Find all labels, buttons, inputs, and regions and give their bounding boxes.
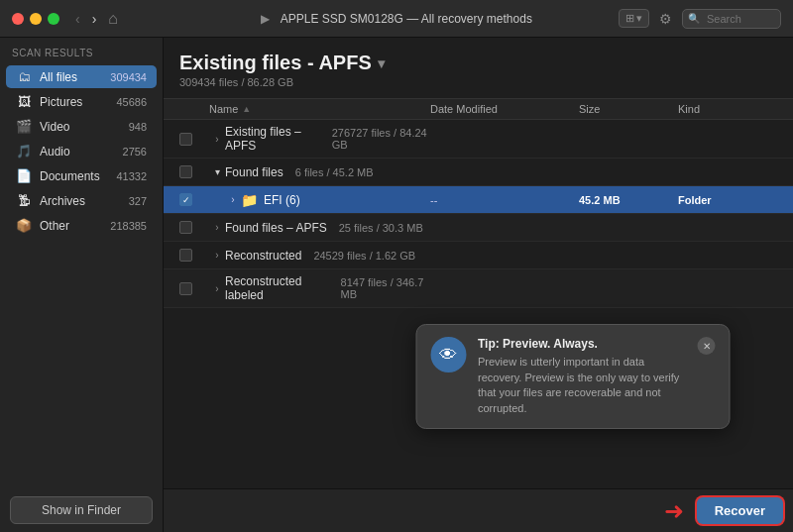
documents-icon: 📄 <box>16 168 32 183</box>
sidebar-label-pictures: Pictures <box>40 95 108 109</box>
row-desc: 6 files / 45.2 MB <box>295 166 374 178</box>
content-area: Existing files - APFS ▾ 309434 files / 8… <box>164 38 793 532</box>
checkbox-checked[interactable]: ✓ <box>179 193 192 206</box>
table-row[interactable]: › Found files – APFS 25 files / 30.3 MB <box>164 214 793 242</box>
back-arrow[interactable]: ‹ <box>71 9 84 29</box>
minimize-button[interactable] <box>30 13 42 25</box>
content-header: Existing files - APFS ▾ 309434 files / 8… <box>164 38 793 92</box>
recover-arrow-icon: ➜ <box>664 497 684 525</box>
expand-icon[interactable]: › <box>225 194 241 205</box>
row-desc: 25 files / 30.3 MB <box>339 222 423 234</box>
table-row[interactable]: ✓ › 📁 EFI (6) -- 45.2 MB Folder <box>164 186 793 214</box>
sidebar-count-pictures: 45686 <box>116 96 147 108</box>
folder-icon: 📁 <box>241 192 258 208</box>
sidebar-item-other[interactable]: 📦 Other 218385 <box>6 214 157 237</box>
sidebar-item-audio[interactable]: 🎵 Audio 2756 <box>6 140 157 162</box>
row-name-area: Reconstructed 24529 files / 1.62 GB <box>225 249 430 263</box>
sidebar-label-audio: Audio <box>40 145 115 159</box>
view-toggle[interactable]: ⊞ ▾ <box>619 9 649 28</box>
row-checkbox[interactable] <box>179 133 209 146</box>
col-header-kind[interactable]: Kind <box>678 103 777 115</box>
play-icon: ▶ <box>261 12 270 26</box>
table-row[interactable]: › Reconstructed 24529 files / 1.62 GB <box>164 242 793 269</box>
tooltip-close-button[interactable]: ✕ <box>698 337 716 355</box>
sidebar-item-all-files[interactable]: 🗂 All files 309434 <box>6 65 157 88</box>
row-checkbox[interactable] <box>179 282 209 295</box>
sidebar-count-documents: 41332 <box>116 170 147 182</box>
row-name-area: Reconstructed labeled 8147 files / 346.7… <box>225 274 430 302</box>
nav-arrows: ‹ › <box>71 9 100 29</box>
col-header-date[interactable]: Date Modified <box>430 103 579 115</box>
sidebar-count-all-files: 309434 <box>110 71 147 83</box>
traffic-lights <box>12 13 59 25</box>
table-row[interactable]: › Existing files – APFS 276727 files / 8… <box>164 120 793 159</box>
tooltip-icon: 👁 <box>430 337 466 372</box>
sidebar-count-audio: 2756 <box>123 146 147 158</box>
forward-arrow[interactable]: › <box>88 9 101 29</box>
row-kind: Folder <box>678 194 777 206</box>
sort-arrow-icon: ▲ <box>242 104 251 114</box>
sidebar-label-all-files: All files <box>40 70 102 84</box>
tooltip-title: Tip: Preview. Always. <box>478 337 686 351</box>
recover-button[interactable]: Recover <box>697 497 783 524</box>
table-row[interactable]: › Reconstructed labeled 8147 files / 346… <box>164 269 793 308</box>
show-in-finder-button[interactable]: Show in Finder <box>10 496 153 524</box>
maximize-button[interactable] <box>48 13 59 25</box>
content-wrapper: › Existing files – APFS 276727 files / 8… <box>164 120 793 488</box>
row-checkbox[interactable] <box>179 249 209 262</box>
sidebar-item-video[interactable]: 🎬 Video 948 <box>6 115 157 138</box>
col-header-name[interactable]: Name ▲ <box>209 103 430 115</box>
pictures-icon: 🖼 <box>16 94 32 109</box>
row-checkbox[interactable]: ✓ <box>179 193 209 206</box>
expand-icon[interactable]: › <box>209 134 225 145</box>
table-body: › Existing files – APFS 276727 files / 8… <box>164 120 793 488</box>
search-wrapper: 🔍 <box>682 9 781 29</box>
row-name-area: Existing files – APFS 276727 files / 84.… <box>225 125 430 153</box>
row-date: -- <box>430 194 579 206</box>
expand-icon[interactable]: › <box>209 222 225 233</box>
close-button[interactable] <box>12 13 24 25</box>
video-icon: 🎬 <box>16 119 32 134</box>
row-name: EFI (6) <box>264 193 300 207</box>
row-name-area: Found files – APFS 25 files / 30.3 MB <box>225 221 430 235</box>
row-name: Found files <box>225 165 283 179</box>
sidebar-label-archives: Archives <box>40 194 121 208</box>
sidebar-count-other: 218385 <box>110 220 147 232</box>
audio-icon: 🎵 <box>16 144 32 159</box>
main-layout: Scan results 🗂 All files 309434 🖼 Pictur… <box>0 38 793 532</box>
settings-icon[interactable]: ⚙ <box>659 11 672 27</box>
sidebar-label-video: Video <box>40 120 121 134</box>
col-header-size[interactable]: Size <box>579 103 678 115</box>
expand-icon[interactable]: › <box>209 250 225 261</box>
sidebar-item-pictures[interactable]: 🖼 Pictures 45686 <box>6 90 157 113</box>
sidebar-header: Scan results <box>0 38 163 64</box>
tooltip-text: Preview is utterly important in data rec… <box>478 355 686 416</box>
row-checkbox[interactable] <box>179 165 209 178</box>
row-size: 45.2 MB <box>579 194 678 206</box>
sidebar-item-documents[interactable]: 📄 Documents 41332 <box>6 164 157 187</box>
row-checkbox[interactable] <box>179 221 209 234</box>
window-title: ▶ APPLE SSD SM0128G — All recovery metho… <box>261 12 532 26</box>
row-name: Reconstructed <box>225 249 301 263</box>
content-title: Existing files - APFS ▾ <box>179 52 777 74</box>
all-files-icon: 🗂 <box>16 69 32 84</box>
sidebar-count-video: 948 <box>129 121 147 133</box>
toolbar-right: ⊞ ▾ ⚙ 🔍 <box>619 9 781 29</box>
expand-icon[interactable]: › <box>209 283 225 294</box>
row-name: Existing files – APFS <box>225 125 320 153</box>
grid-icon: ⊞ <box>625 12 634 25</box>
row-name-area: 📁 EFI (6) <box>241 192 430 208</box>
sidebar: Scan results 🗂 All files 309434 🖼 Pictur… <box>0 38 164 532</box>
table-header: Name ▲ Date Modified Size Kind <box>164 98 793 120</box>
sidebar-count-archives: 327 <box>129 195 147 207</box>
archives-icon: 🗜 <box>16 193 32 208</box>
expand-icon[interactable]: ▾ <box>209 166 225 177</box>
row-name-area: Found files 6 files / 45.2 MB <box>225 165 430 179</box>
row-name: Found files – APFS <box>225 221 327 235</box>
table-row[interactable]: ▾ Found files 6 files / 45.2 MB <box>164 159 793 186</box>
home-button[interactable]: ⌂ <box>108 10 118 28</box>
title-chevron-icon[interactable]: ▾ <box>378 55 385 71</box>
sidebar-item-archives[interactable]: 🗜 Archives 327 <box>6 189 157 212</box>
bottom-bar: ➜ Recover <box>164 488 793 532</box>
eye-icon: 👁 <box>439 345 457 366</box>
